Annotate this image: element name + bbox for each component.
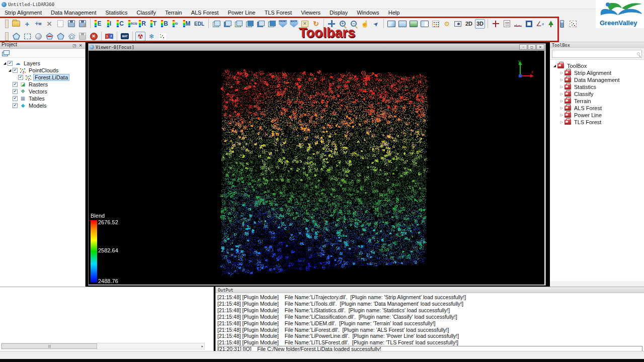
menu-classify[interactable]: Classify [132,9,161,17]
viewer-maximize-icon[interactable]: ◻ [528,44,536,50]
view-left-icon[interactable] [233,19,244,29]
tree-item-vectors[interactable]: ✔ ❖ Vectors [0,88,85,95]
add-select-icon[interactable] [55,32,65,41]
sample-dice-icon[interactable]: 12 [104,32,114,41]
display-by-rgb-icon[interactable]: RGB [126,19,136,29]
menu-data-management[interactable]: Data Management [46,9,101,17]
volume-measure-icon[interactable] [557,19,567,29]
expander-icon[interactable]: ▷ [559,113,565,117]
checkbox[interactable]: ✔ [13,68,18,73]
log-line[interactable]: [21:15:48] [Plugin Module] File Name:'Li… [217,339,642,346]
tree-item-als-forest[interactable]: ▷ ALS Forest [550,105,644,111]
log-line[interactable]: [21:15:48] [Plugin Module] File Name:'Li… [217,327,642,333]
menu-tls-forest[interactable]: TLS Forest [260,9,296,17]
menu-help[interactable]: Help [384,9,405,17]
expander-icon[interactable]: ▷ [559,78,565,82]
point-cloud-canvas[interactable] [89,51,544,285]
add-model-icon[interactable]: +M [33,19,43,29]
sphere-select-icon[interactable] [33,32,43,41]
view-top-icon[interactable] [211,19,221,29]
display-by-id-icon[interactable]: ID [171,19,181,29]
expander-icon[interactable]: ▷ [559,99,565,103]
capture-viewer-icon[interactable] [409,19,419,29]
menu-display[interactable]: Display [325,9,352,17]
checkbox[interactable]: ✔ [8,61,13,66]
display-by-mix-icon[interactable]: M [182,19,192,29]
view-3d-icon[interactable]: 3D [475,19,485,29]
save-icon[interactable] [66,19,76,29]
close-panel-icon[interactable]: ✕ [77,43,84,48]
pan-hand-icon[interactable]: ☝ [360,19,370,29]
expander-icon[interactable]: ▷ [559,106,565,110]
display-by-return-icon[interactable]: R [137,19,147,29]
tree-item-forest-lidata[interactable]: ✔ Forest.LiData [0,74,85,80]
viewer-minimize-icon[interactable]: − [519,44,527,50]
horizontal-scrollbar[interactable]: ▸ [1,343,205,349]
checkbox[interactable]: ✔ [13,82,18,87]
lasso-select-icon[interactable] [66,32,76,41]
add-data-icon[interactable]: + [22,19,32,29]
tree-item-models[interactable]: ✔ ◆ Models [0,102,85,109]
front-view-icon[interactable]: FRONT [278,19,288,29]
viewer-close-icon[interactable]: ✕ [536,44,544,50]
checkbox[interactable]: ✔ [13,103,18,108]
viewer-3d-canvas-area[interactable]: Blend 2676.52 2582.64 2488.76 y x [89,51,544,285]
subtract-select-icon[interactable] [44,32,54,41]
log-line[interactable]: [21:15:48] [Plugin Module] File Name:'Li… [217,314,642,320]
pick-point-icon[interactable]: ➤ [369,17,383,31]
tree-item-pointclouds[interactable]: ◢ ✔ PointClouds [0,67,85,73]
expander-icon[interactable]: ▷ [559,120,565,124]
tree-item-power-line[interactable]: ▷ Power Line [550,112,644,118]
camera-snapshot-icon[interactable] [453,19,463,29]
save-as-icon[interactable] [77,19,88,29]
log-line[interactable]: [21:15:48] [Plugin Module] File Name:'Li… [217,307,642,314]
display-blend-icon[interactable]: B [159,19,170,29]
mat-tool-icon[interactable]: MAT [120,32,130,41]
tree-item-strip-alignment[interactable]: ▷ Strip Alignment [550,69,644,76]
tree-item-layers[interactable]: ◢ ✔ ☁ Layers [0,60,85,66]
menu-viewers[interactable]: Viewers [296,9,325,17]
menu-windows[interactable]: Windows [352,9,384,17]
crosshair-measure-icon[interactable] [491,19,501,29]
tree-item-tls-forest[interactable]: ▷ TLS Forest [550,119,644,125]
polygon-select-icon[interactable] [11,32,21,41]
tree-item-tables[interactable]: ✔ ▦ Tables [0,95,85,102]
new-viewer-icon[interactable] [386,19,396,29]
tree-item-classify[interactable]: ▷ Classify [550,90,644,97]
scrollbar-thumb[interactable] [2,343,97,349]
expander-icon[interactable]: ▷ [559,92,565,96]
angle-measure-icon[interactable]: ∠a [535,19,545,29]
menu-als-forest[interactable]: ALS Forest [187,9,223,17]
edl-toggle-icon[interactable]: EDL [193,19,206,29]
toolbox-search-input[interactable] [554,51,637,57]
tree-item-toolbox-root[interactable]: ◢ ToolBox [550,62,644,69]
tree-item-terrain[interactable]: ▷ Terrain [550,98,644,104]
expander-icon[interactable]: ▷ [559,71,565,75]
menu-power-line[interactable]: Power Line [223,9,260,17]
display-by-time-icon[interactable]: T [148,19,158,29]
view-2d-icon[interactable]: 2D [464,19,474,29]
tree-item-rasters[interactable]: ✔ ◪ Rasters [0,81,85,87]
viewer-title-bar[interactable]: Viewer-0[Focus] − ◻ ✕ [89,44,545,51]
scrollbar-right-arrow-icon[interactable]: ▸ [201,344,203,348]
expander-icon[interactable]: ◢ [2,61,8,65]
copy-icon[interactable] [55,19,65,29]
display-by-elevation-icon[interactable]: E [93,19,103,29]
wireframe-mode-icon[interactable]: ❄ [146,32,156,41]
menu-terrain[interactable]: Terrain [160,9,187,17]
tree-item-data-management[interactable]: ▷ Data Management [550,76,644,83]
checkbox[interactable]: ✔ [13,89,18,94]
float-panel-icon[interactable]: ◳ [71,43,77,48]
expander-icon[interactable]: ◢ [552,64,557,68]
profile-tool-icon[interactable] [502,19,512,29]
menu-strip-alignment[interactable]: Strip Alignment [0,9,46,17]
expander-icon[interactable]: ▷ [559,85,565,89]
split-view-icon[interactable] [420,19,430,29]
open-file-icon[interactable] [11,19,21,29]
height-measure-icon[interactable] [546,19,556,29]
settings-gear-icon[interactable]: ⚙ [442,19,452,29]
pan-move-icon[interactable] [327,19,337,29]
log-line[interactable]: [21:15:48] [Plugin Module] File Name:'Li… [217,320,642,327]
view-front-icon[interactable] [256,19,266,29]
menu-statistics[interactable]: Statistics [101,9,132,17]
